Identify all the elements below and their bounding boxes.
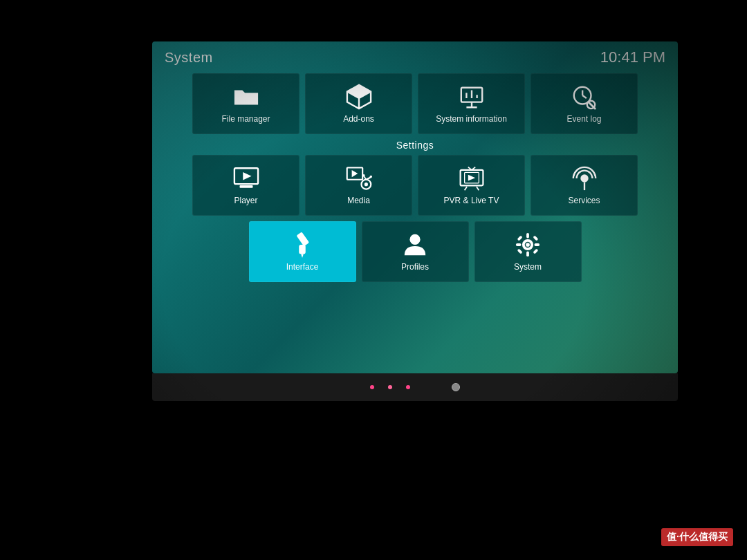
tile-label-interface: Interface [286,262,319,272]
person-icon [402,232,428,258]
tile-label-system-info: System information [436,114,507,124]
svg-point-26 [362,174,365,176]
svg-point-42 [526,243,530,247]
podcast-icon [571,165,598,192]
clock: 10:41 PM [600,48,665,66]
svg-point-22 [364,183,367,186]
tile-interface[interactable]: Interface [249,221,356,282]
screen-title: System [165,50,213,66]
box-icon [346,84,372,110]
svg-line-29 [476,187,478,190]
tile-label-services: Services [568,196,600,205]
svg-point-24 [369,176,371,178]
svg-point-39 [409,234,420,245]
svg-marker-20 [351,170,358,177]
kodi-screen: System 10:41 PM File manager Add-ons [152,41,678,373]
folder-icon [233,84,259,110]
svg-marker-38 [301,254,304,258]
presentation-icon [459,84,485,110]
svg-rect-18 [239,185,252,188]
svg-marker-17 [243,172,251,180]
tile-addons[interactable]: Add-ons [305,73,412,134]
tv-icon [459,165,485,192]
top-row: File manager Add-ons System inf [152,71,678,140]
tile-label-profiles: Profiles [401,262,429,272]
tile-label-media: Media [347,196,370,205]
tile-system[interactable]: System [474,221,582,282]
gear-icon [515,232,541,258]
svg-rect-46 [535,243,540,246]
led-dot-3 [406,385,410,389]
tile-pvr-live-tv[interactable]: PVR & Live TV [418,155,525,216]
tile-label-event-log: Event log [566,114,601,124]
svg-rect-43 [526,233,529,239]
svg-rect-36 [296,232,309,246]
media-icon [346,165,372,192]
xbox-logo [452,383,460,391]
tile-label-addons: Add-ons [343,114,374,124]
tile-label-pvr: PVR & Live TV [444,196,499,205]
tile-label-system: System [514,262,542,272]
screen-header: System 10:41 PM [152,41,678,71]
svg-marker-31 [468,175,474,181]
svg-line-13 [582,95,587,98]
tile-media[interactable]: Media [305,155,412,216]
settings-row-2: Interface Profiles [152,221,678,288]
paint-brush-icon [289,232,315,258]
svg-point-34 [580,174,588,182]
svg-line-28 [464,187,466,190]
settings-row-1: Player Media [152,155,678,221]
svg-rect-44 [526,252,529,257]
play-screen-icon [233,165,259,192]
svg-rect-45 [516,243,522,246]
svg-rect-37 [299,245,306,254]
tile-label-file-manager: File manager [221,114,270,124]
tv-bezel-bottom [152,373,678,401]
svg-line-23 [366,177,371,179]
tile-services[interactable]: Services [531,155,638,216]
clock-search-icon [571,84,598,110]
settings-section-label: Settings [152,140,678,151]
tile-event-log[interactable]: Event log [531,73,638,134]
led-dot-1 [370,385,374,389]
tile-file-manager[interactable]: File manager [192,73,299,134]
tile-label-player: Player [234,196,257,205]
watermark: 值·什么值得买 [661,528,733,546]
svg-marker-1 [347,85,370,98]
tile-profiles[interactable]: Profiles [362,221,469,282]
tile-player[interactable]: Player [192,155,299,216]
led-dot-2 [388,385,392,389]
tile-system-info[interactable]: System information [418,73,525,134]
